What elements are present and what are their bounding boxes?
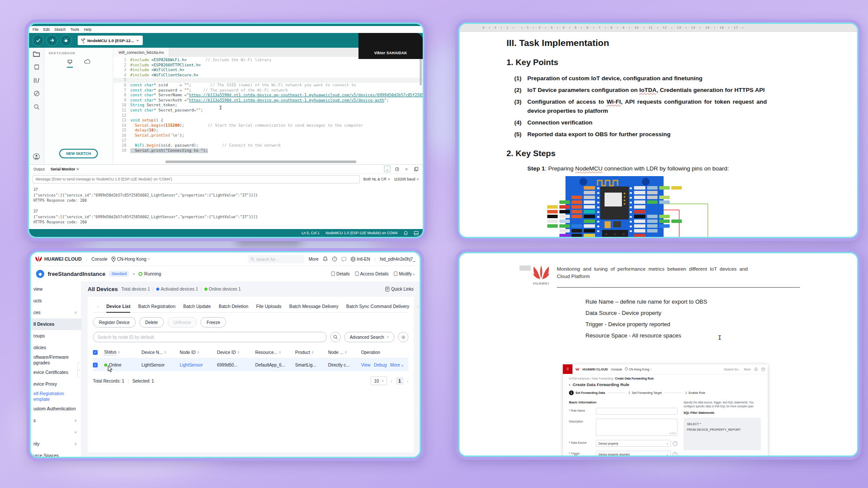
menu-help[interactable]: Help	[84, 27, 91, 32]
menu-edit[interactable]: Edit	[43, 27, 50, 32]
sidebar-item-s[interactable]: s∨	[31, 415, 81, 427]
region-selector[interactable]: CN-Hong Kong ∨	[112, 257, 150, 262]
sort-icon[interactable]: ▲▼	[164, 350, 166, 354]
sidebar-item-view[interactable]: view	[31, 283, 81, 295]
new-sketch-button[interactable]: NEW SKETCH	[59, 149, 98, 158]
sidebar-item-rity[interactable]: rity∨	[31, 439, 81, 450]
options-icon[interactable]: ≡	[403, 166, 410, 172]
sidebar-item-oftwarefirmware[interactable]: oftware/Firmwarepgrades	[31, 354, 81, 367]
row-checkbox[interactable]: ✓	[93, 363, 98, 367]
autoscroll-icon[interactable]: ⌄	[384, 166, 391, 172]
tab-batch-deletion[interactable]: Batch Deletion	[219, 301, 248, 312]
node-id-link[interactable]: LightSensor	[180, 363, 217, 367]
freeze-button[interactable]: Freeze	[201, 317, 226, 328]
modify-button[interactable]: Modify ▾	[394, 272, 414, 276]
description-textarea[interactable]: 0/256	[596, 419, 677, 436]
line-ending-select[interactable]: Both NL & CR ▼	[363, 177, 390, 181]
register-device-button[interactable]: Register Device	[93, 317, 136, 328]
code-area[interactable]: I 1#include <ESP8266WiFi.h> // Include t…	[113, 57, 423, 164]
column-header-status[interactable]: Status▲▼	[104, 350, 141, 355]
sidebar-item-olicies[interactable]: olicies	[31, 342, 81, 354]
tab-batch-sync-command-delivery[interactable]: Batch Sync Command Delivery	[346, 301, 409, 312]
notifications-bell-icon[interactable]	[323, 256, 328, 262]
sidebar-item-ustomauthentication[interactable]: ustom Authentication	[31, 403, 81, 415]
sidebar-item-eviceproxy[interactable]: evice Proxy	[31, 378, 81, 390]
huawei-cloud-logo[interactable]: HUAWEI CLOUD	[35, 256, 82, 262]
table-row[interactable]: ✓ Online LightSensor LightSensor 6999d50…	[93, 358, 408, 371]
panel-toggle-icon[interactable]	[414, 231, 418, 235]
sidebar-item-ces[interactable]: ces∧	[31, 307, 81, 318]
tab-file-uploads[interactable]: File Uploads	[256, 301, 281, 312]
help-icon[interactable]: ?	[673, 452, 677, 457]
view-link[interactable]: View	[361, 363, 371, 367]
global-search-input[interactable]: Search for...	[248, 255, 304, 263]
data-source-select[interactable]: Device property∨	[596, 440, 671, 447]
help-icon[interactable]: ?	[673, 441, 677, 446]
output-tab[interactable]: Output	[33, 167, 45, 171]
horizontal-scrollbar[interactable]	[165, 160, 356, 163]
sort-icon[interactable]: ▲▼	[197, 350, 199, 354]
sort-icon[interactable]: ▲▼	[311, 350, 313, 354]
library-manager-icon[interactable]	[33, 77, 40, 83]
sidebar-item-elfregistration[interactable]: elf-Registrationemplate	[31, 390, 81, 403]
debug-panel-icon[interactable]	[33, 90, 40, 97]
sidebar-item-lldevices[interactable]: ll Devices	[31, 318, 81, 330]
sketchbook-folder-icon[interactable]	[33, 51, 40, 57]
current-page[interactable]: 1	[396, 377, 404, 385]
column-header-nodeid[interactable]: Node ID▲▼	[180, 350, 217, 355]
advanced-search-button[interactable]: Advanced Search∨	[344, 332, 395, 342]
sort-icon[interactable]: ▲▼	[345, 350, 347, 354]
sidebar-item-ucts[interactable]: ucts	[31, 295, 81, 307]
boards-manager-icon[interactable]	[33, 64, 40, 70]
sidebar-item[interactable]: ∨	[31, 427, 81, 439]
next-page-icon[interactable]: ›	[407, 379, 408, 383]
menu-file[interactable]: File	[33, 27, 39, 32]
sort-icon[interactable]: ▲▼	[237, 350, 239, 354]
vertical-scrollbar[interactable]	[420, 58, 422, 85]
trigger-select[interactable]: Device property reported∨	[596, 451, 671, 457]
notifications-bell-icon[interactable]	[404, 231, 408, 236]
clear-output-icon[interactable]	[413, 166, 419, 172]
sidebar-item-roups[interactable]: roups	[31, 330, 81, 342]
column-settings-button[interactable]	[398, 332, 408, 342]
tabs-scroll-right-icon[interactable]: ›	[417, 305, 418, 309]
verify-button[interactable]	[33, 35, 44, 46]
sort-icon[interactable]: ▲▼	[118, 350, 120, 354]
column-header-devicen[interactable]: Device N...▲▼	[141, 350, 180, 355]
column-header-product[interactable]: Product▲▼	[295, 350, 328, 355]
rule-name-input[interactable]	[596, 408, 677, 415]
menu-sketch[interactable]: Sketch	[54, 27, 66, 32]
prev-page-icon[interactable]: ‹	[391, 379, 392, 383]
tab-batch-registration[interactable]: Batch Registration	[138, 301, 175, 312]
sort-icon[interactable]: ▲▼	[279, 350, 281, 354]
more-menu[interactable]: More	[309, 257, 319, 262]
baud-rate-select[interactable]: 115200 baud ▼	[394, 177, 419, 181]
search-icon[interactable]	[33, 104, 40, 110]
menu-tools[interactable]: Tools	[70, 27, 79, 32]
help-icon[interactable]: ?	[332, 256, 337, 262]
cloud-sketchbook-tab[interactable]	[84, 59, 91, 68]
feedback-icon[interactable]	[342, 257, 346, 262]
column-header-operation[interactable]: Operation	[361, 350, 408, 355]
language-selector[interactable]: Intl-EN	[351, 257, 370, 262]
access-details-button[interactable]: Access Details	[355, 272, 389, 276]
serial-monitor-tab[interactable]: Serial Monitor ✕	[51, 167, 79, 171]
column-header-node[interactable]: Node ...▲▼	[328, 350, 361, 355]
tab-batch-update[interactable]: Batch Update	[183, 301, 211, 312]
tab-batch-message-delivery[interactable]: Batch Message Delivery	[289, 301, 339, 312]
details-button[interactable]: Details	[331, 272, 350, 276]
select-all-checkbox[interactable]: ✓	[93, 350, 98, 355]
account-menu[interactable]: hid_pdh4n3x0hj7_	[380, 257, 415, 262]
local-sketchbook-tab[interactable]	[67, 59, 73, 68]
more-link[interactable]: More ∨	[390, 363, 404, 367]
device-search-input[interactable]: Search by node ID by default.	[93, 332, 327, 342]
board-selector[interactable]: NodeMCU 1.0 (ESP-12... ▼	[78, 36, 143, 45]
account-icon[interactable]	[33, 153, 40, 160]
sidebar-item-evicecertificates[interactable]: evice Certificates	[31, 367, 81, 378]
editor-tab[interactable]: Wifi_connection_feb16a.ino	[113, 48, 169, 57]
column-header-deviceid[interactable]: Device ID▲▼	[217, 350, 255, 355]
chevron-down-icon[interactable]: ∨	[132, 272, 135, 276]
search-button[interactable]	[330, 332, 341, 342]
upload-button[interactable]	[46, 35, 58, 46]
sidebar-item-urcespaces[interactable]: urce Spaces	[31, 450, 81, 457]
